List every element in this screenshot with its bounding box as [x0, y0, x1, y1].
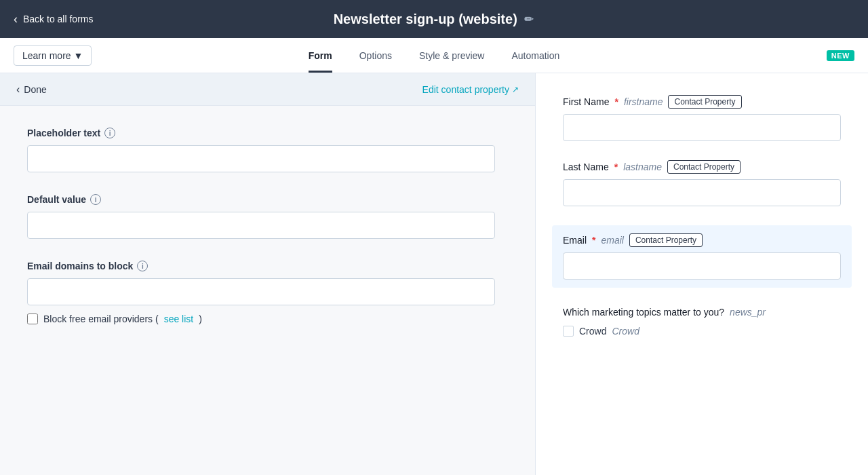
default-value-input[interactable]: [27, 212, 495, 239]
marketing-topics-label: Which marketing topics matter to you? ne…: [563, 307, 841, 318]
marketing-topics-internal-name: news_pr: [730, 307, 766, 318]
tab-automation-label: Automation: [511, 50, 559, 61]
see-list-link[interactable]: see list: [164, 314, 194, 324]
placeholder-info-icon[interactable]: i: [104, 128, 115, 138]
placeholder-text-label-text: Placeholder text: [27, 128, 100, 138]
tab-style-preview[interactable]: Style & preview: [419, 38, 484, 73]
last-name-preview-input[interactable]: [563, 179, 841, 206]
top-bar: ‹ Back to all forms Newsletter sign-up (…: [0, 0, 868, 38]
external-link-icon: ↗: [512, 85, 519, 94]
learn-more-wrap: Learn more ▼: [14, 45, 92, 66]
first-name-label: First Name: [563, 96, 609, 107]
marketing-topics-section: Which marketing topics matter to you? ne…: [563, 307, 841, 337]
back-arrow-icon: ‹: [14, 12, 18, 26]
main-content: ‹ Done Edit contact property ↗ Placehold…: [0, 73, 868, 475]
first-name-required-star: *: [614, 96, 618, 107]
left-panel: ‹ Done Edit contact property ↗ Placehold…: [0, 73, 536, 475]
done-arrow-icon: ‹: [16, 83, 20, 96]
tab-options-label: Options: [359, 50, 392, 61]
edit-contact-link[interactable]: Edit contact property ↗: [422, 84, 519, 95]
crowd-label: Crowd: [579, 326, 606, 337]
tab-form[interactable]: Form: [309, 38, 332, 73]
back-link[interactable]: ‹ Back to all forms: [14, 12, 93, 26]
last-name-internal: lastname: [623, 162, 662, 172]
default-value-label-text: Default value: [27, 194, 86, 205]
preview-field-email-header: Email * email Contact Property: [563, 233, 841, 247]
crowd-checkbox[interactable]: [563, 326, 574, 337]
crowd-internal: Crowd: [612, 326, 639, 337]
done-link[interactable]: ‹ Done: [16, 83, 47, 96]
learn-more-label: Learn more: [22, 50, 71, 61]
last-name-contact-property-badge: Contact Property: [667, 160, 741, 174]
preview-field-first-name-header: First Name * firstname Contact Property: [563, 95, 841, 109]
preview-field-first-name: First Name * firstname Contact Property: [563, 95, 841, 141]
block-free-email-checkbox[interactable]: [27, 314, 38, 324]
email-domains-label-text: Email domains to block: [27, 261, 133, 271]
email-internal: email: [601, 235, 623, 246]
tab-options[interactable]: Options: [359, 38, 392, 73]
tab-style-preview-label: Style & preview: [419, 50, 484, 61]
placeholder-text-input[interactable]: [27, 145, 495, 172]
placeholder-text-group: Placeholder text i: [27, 128, 508, 172]
form-fields-area: Placeholder text i Default value i Email…: [0, 106, 535, 475]
back-label: Back to all forms: [23, 14, 93, 24]
first-name-preview-input[interactable]: [563, 114, 841, 141]
nav-tabs: Learn more ▼ Form Options Style & previe…: [0, 38, 868, 73]
default-value-info-icon[interactable]: i: [90, 194, 101, 205]
block-free-email-suffix: ): [199, 314, 202, 324]
block-free-email-label[interactable]: Block free email providers (see list): [27, 314, 508, 324]
right-panel: First Name * firstname Contact Property …: [536, 73, 868, 475]
placeholder-text-label: Placeholder text i: [27, 128, 508, 138]
email-contact-property-badge: Contact Property: [629, 233, 703, 247]
email-domains-input[interactable]: [27, 278, 495, 305]
first-name-internal: firstname: [624, 96, 663, 107]
edit-contact-label: Edit contact property: [422, 84, 509, 95]
learn-more-button[interactable]: Learn more ▼: [14, 45, 92, 66]
form-preview: First Name * firstname Contact Property …: [536, 73, 868, 364]
last-name-required-star: *: [614, 162, 618, 172]
email-required-star: *: [592, 235, 595, 246]
tab-list: Form Options Style & preview Automation: [309, 38, 560, 73]
done-label: Done: [24, 84, 46, 95]
default-value-label: Default value i: [27, 194, 508, 205]
automation-new-wrap: NEW: [827, 50, 854, 61]
preview-field-email: Email * email Contact Property: [552, 225, 852, 288]
tab-automation[interactable]: Automation: [511, 38, 559, 73]
last-name-label: Last Name: [563, 162, 609, 172]
edit-title-icon[interactable]: ✏: [524, 13, 533, 26]
preview-field-last-name-header: Last Name * lastname Contact Property: [563, 160, 841, 174]
tab-form-label: Form: [309, 50, 332, 61]
form-title-text: Newsletter sign-up (website): [334, 12, 517, 27]
learn-more-chevron-icon: ▼: [74, 50, 83, 61]
new-badge: NEW: [827, 50, 854, 61]
default-value-group: Default value i: [27, 194, 508, 239]
marketing-topics-title: Which marketing topics matter to you?: [563, 307, 724, 318]
email-domains-label: Email domains to block i: [27, 261, 508, 271]
email-domains-info-icon[interactable]: i: [137, 261, 148, 271]
email-domains-group: Email domains to block i Block free emai…: [27, 261, 508, 324]
first-name-contact-property-badge: Contact Property: [668, 95, 741, 109]
marketing-option-crowd: Crowd Crowd: [563, 326, 841, 337]
panel-header: ‹ Done Edit contact property ↗: [0, 73, 535, 106]
email-label: Email: [563, 235, 587, 246]
form-title-area: Newsletter sign-up (website) ✏: [334, 12, 533, 27]
preview-field-last-name: Last Name * lastname Contact Property: [563, 160, 841, 206]
email-preview-input[interactable]: [563, 252, 841, 280]
block-free-email-text: Block free email providers (: [43, 314, 159, 324]
